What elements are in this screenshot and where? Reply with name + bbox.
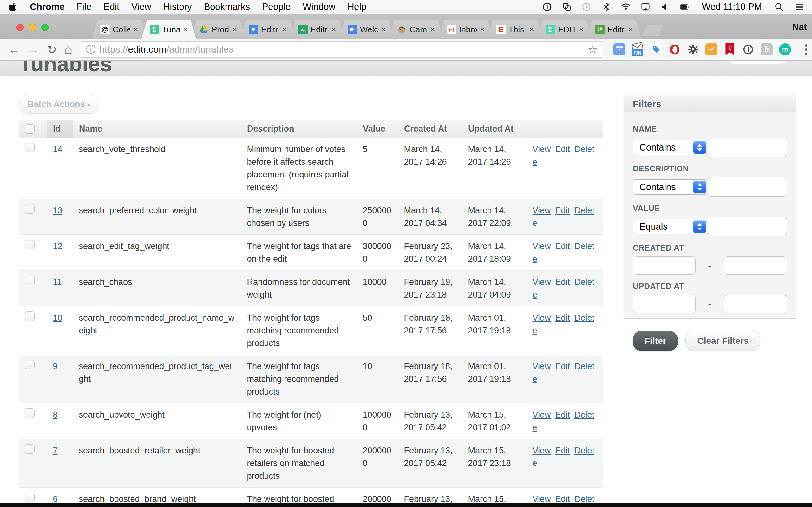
url-text[interactable]: https://editr.com/admin/tunables	[99, 44, 584, 55]
row-id-link[interactable]: 13	[53, 206, 62, 215]
nyt-icon[interactable]: T	[723, 43, 737, 56]
menu-app-name[interactable]: Chrome	[30, 2, 65, 12]
row-checkbox[interactable]	[25, 240, 35, 249]
filter-operator-select-value[interactable]: Equals	[633, 219, 707, 234]
close-tab-icon[interactable]: ×	[183, 25, 188, 34]
view-link[interactable]: View	[532, 145, 551, 154]
view-link[interactable]: View	[532, 206, 551, 215]
view-link[interactable]: View	[532, 313, 551, 323]
edit-link[interactable]: Edit	[555, 410, 570, 419]
edit-link[interactable]: Edit	[555, 494, 570, 504]
row-checkbox[interactable]	[25, 143, 35, 153]
row-id-link[interactable]: 11	[53, 277, 62, 287]
close-tab-icon[interactable]: ×	[133, 25, 138, 34]
filter-submit-button[interactable]: Filter	[633, 331, 678, 351]
row-checkbox[interactable]	[25, 276, 35, 285]
close-tab-icon[interactable]: ×	[282, 25, 287, 34]
view-link[interactable]: View	[532, 410, 551, 419]
close-tab-icon[interactable]: ×	[232, 25, 237, 34]
header-action-button-partial[interactable]	[727, 61, 787, 64]
view-link[interactable]: View	[532, 241, 551, 251]
tab-product[interactable]: Product×	[191, 20, 246, 39]
bluetooth-icon[interactable]	[601, 2, 611, 12]
analytics-icon[interactable]	[705, 43, 718, 56]
col-created-at[interactable]: Created At	[398, 120, 462, 138]
menu-item-people[interactable]: People	[262, 2, 291, 12]
view-link[interactable]: View	[532, 494, 551, 504]
close-tab-icon[interactable]: ×	[529, 25, 534, 34]
menu-item-file[interactable]: File	[77, 2, 92, 12]
volume-icon[interactable]	[660, 2, 670, 12]
m-icon[interactable]: m	[778, 43, 792, 56]
menu-item-bookmarks[interactable]: Bookmarks	[204, 2, 250, 12]
timemachine-icon[interactable]	[581, 2, 592, 12]
pagespeed-icon[interactable]	[613, 43, 626, 56]
tab-campaig[interactable]: Campaig×	[389, 20, 444, 39]
onepassword-ext-icon[interactable]	[742, 43, 755, 56]
view-link[interactable]: View	[532, 277, 551, 287]
filter-input-updated-at-from[interactable]	[633, 295, 696, 313]
filter-operator-select-description[interactable]: Contains	[633, 179, 707, 194]
bookmark-star-icon[interactable]: ☆	[588, 43, 597, 56]
filter-input-value[interactable]	[708, 217, 787, 236]
adblock-icon[interactable]	[668, 43, 681, 56]
row-id-link[interactable]: 7	[53, 446, 58, 455]
filter-input-created-at-to[interactable]	[724, 257, 787, 275]
tag-icon[interactable]	[650, 43, 663, 56]
back-icon[interactable]: ←	[8, 43, 20, 56]
chrome-profile-name[interactable]: Nat	[792, 22, 807, 32]
col-value[interactable]: Value	[357, 120, 398, 138]
close-tab-icon[interactable]: ×	[628, 25, 633, 34]
filter-input-description[interactable]	[708, 177, 787, 197]
close-window-button[interactable]	[16, 24, 24, 31]
edit-link[interactable]: Edit	[555, 145, 570, 154]
row-checkbox[interactable]	[25, 204, 35, 214]
close-tab-icon[interactable]: ×	[331, 25, 336, 34]
tab-welcome[interactable]: Welcome×	[339, 20, 394, 39]
filter-operator-select-name[interactable]: Contains	[633, 140, 707, 155]
view-link[interactable]: View	[532, 361, 551, 371]
edit-link[interactable]: Edit	[555, 206, 570, 215]
wifi-icon[interactable]	[621, 2, 631, 12]
close-tab-icon[interactable]: ×	[479, 25, 485, 34]
edit-link[interactable]: Edit	[555, 277, 570, 287]
forward-icon[interactable]: →	[28, 43, 39, 56]
menu-item-history[interactable]: History	[163, 2, 192, 12]
zoom-window-button[interactable]	[41, 24, 49, 31]
filter-input-name[interactable]	[708, 137, 787, 157]
tab-inbox-n[interactable]: Inbox - n×	[438, 20, 493, 39]
edit-link[interactable]: Edit	[555, 361, 570, 371]
gear-icon[interactable]	[687, 43, 700, 56]
close-tab-icon[interactable]: ×	[578, 25, 583, 34]
row-id-link[interactable]: 14	[53, 145, 62, 154]
edit-link[interactable]: Edit	[555, 241, 570, 251]
minimize-window-button[interactable]	[29, 24, 36, 31]
edit-link[interactable]: Edit	[555, 446, 570, 455]
shapes-icon[interactable]	[562, 2, 572, 12]
edit-link[interactable]: Edit	[555, 313, 570, 323]
new-tab-button[interactable]	[642, 25, 664, 36]
close-tab-icon[interactable]: ×	[380, 25, 386, 34]
row-id-link[interactable]: 12	[53, 241, 62, 251]
tab-editr-tr[interactable]: Editr | Tr×	[587, 20, 641, 39]
filter-input-updated-at-to[interactable]	[724, 295, 787, 313]
chrome-menu-icon[interactable]	[803, 44, 810, 55]
onepassword-icon[interactable]	[542, 2, 552, 12]
notification-center-icon[interactable]	[794, 2, 804, 12]
address-bar[interactable]: ⓘ https://editr.com/admin/tunables ☆	[80, 41, 603, 58]
reload-icon[interactable]: ↻	[47, 43, 57, 56]
tab-editr[interactable]: EEDITR×	[537, 20, 592, 39]
row-id-link[interactable]: 6	[53, 494, 58, 504]
spotlight-icon[interactable]	[774, 2, 784, 12]
tab-this-wee[interactable]: EThis Wee×	[488, 20, 542, 39]
row-checkbox[interactable]	[25, 360, 35, 370]
home-icon[interactable]: ⌂	[64, 42, 72, 57]
col-id[interactable]: Id	[47, 120, 73, 138]
row-id-link[interactable]: 9	[53, 361, 58, 371]
honey-icon[interactable]: h	[760, 43, 773, 56]
col-updated-at[interactable]: Updated At	[462, 120, 527, 138]
menu-item-window[interactable]: Window	[303, 2, 335, 12]
menu-item-help[interactable]: Help	[347, 2, 366, 12]
menu-item-edit[interactable]: Edit	[103, 2, 119, 12]
row-id-link[interactable]: 10	[53, 313, 62, 323]
